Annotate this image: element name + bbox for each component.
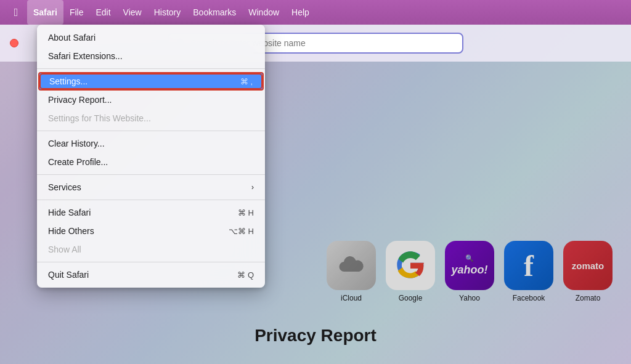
traffic-lights: [10, 39, 18, 47]
separator-4: [37, 200, 265, 200]
menu-item-hide-safari[interactable]: Hide Safari ⌘ H: [37, 203, 265, 222]
menu-shortcut-hide-safari: ⌘ H: [238, 208, 254, 217]
menu-item-show-all: Show All: [37, 240, 265, 259]
menubar-bookmarks[interactable]: Bookmarks: [187, 0, 242, 25]
menu-label-services: Services: [48, 182, 81, 192]
menu-label-quit-safari: Quit Safari: [48, 270, 89, 280]
menu-item-clear-history[interactable]: Clear History...: [37, 134, 265, 153]
menu-item-create-profile[interactable]: Create Profile...: [37, 153, 265, 171]
menubar:  Safari File Edit View History Bookmark…: [0, 0, 631, 25]
menubar-edit[interactable]: Edit: [89, 0, 116, 25]
menubar-file[interactable]: File: [63, 0, 90, 25]
menu-label-hide-others: Hide Others: [48, 226, 94, 236]
menu-label-hide-safari: Hide Safari: [48, 208, 91, 217]
menu-item-services[interactable]: Services ›: [37, 178, 265, 196]
close-button[interactable]: [10, 39, 18, 47]
menu-label-about-safari: About Safari: [48, 33, 96, 42]
separator-1: [37, 68, 265, 69]
menu-label-create-profile: Create Profile...: [48, 157, 108, 167]
menu-item-safari-extensions[interactable]: Safari Extensions...: [37, 47, 265, 65]
safari-dropdown-menu: About Safari Safari Extensions... Settin…: [37, 25, 265, 288]
separator-3: [37, 174, 265, 175]
separator-5: [37, 262, 265, 262]
menu-label-show-all: Show All: [48, 245, 81, 254]
menubar-history[interactable]: History: [148, 0, 187, 25]
apple-menu-button[interactable]: : [5, 0, 27, 25]
menu-item-hide-others[interactable]: Hide Others ⌥⌘ H: [37, 222, 265, 240]
menu-shortcut-hide-others: ⌥⌘ H: [229, 227, 254, 236]
menu-item-about-safari[interactable]: About Safari: [37, 28, 265, 47]
menu-item-settings[interactable]: Settings... ⌘ ,: [38, 72, 264, 91]
separator-2: [37, 131, 265, 131]
menubar-window[interactable]: Window: [242, 0, 285, 25]
menu-label-clear-history: Clear History...: [48, 139, 105, 148]
menu-label-settings: Settings...: [49, 76, 88, 86]
menu-item-quit-safari[interactable]: Quit Safari ⌘ Q: [37, 265, 265, 284]
menu-shortcut-settings: ⌘ ,: [240, 77, 253, 86]
menu-label-privacy-report: Privacy Report...: [48, 95, 112, 105]
submenu-arrow-icon: ›: [251, 183, 254, 192]
menu-shortcut-quit-safari: ⌘ Q: [237, 270, 254, 280]
menu-label-settings-website: Settings for This Website...: [48, 113, 151, 123]
menu-label-safari-extensions: Safari Extensions...: [48, 51, 123, 61]
menu-item-settings-website: Settings for This Website...: [37, 109, 265, 127]
menubar-help[interactable]: Help: [285, 0, 316, 25]
menu-item-privacy-report[interactable]: Privacy Report...: [37, 91, 265, 109]
menubar-safari[interactable]: Safari: [27, 0, 63, 25]
menubar-view[interactable]: View: [117, 0, 148, 25]
